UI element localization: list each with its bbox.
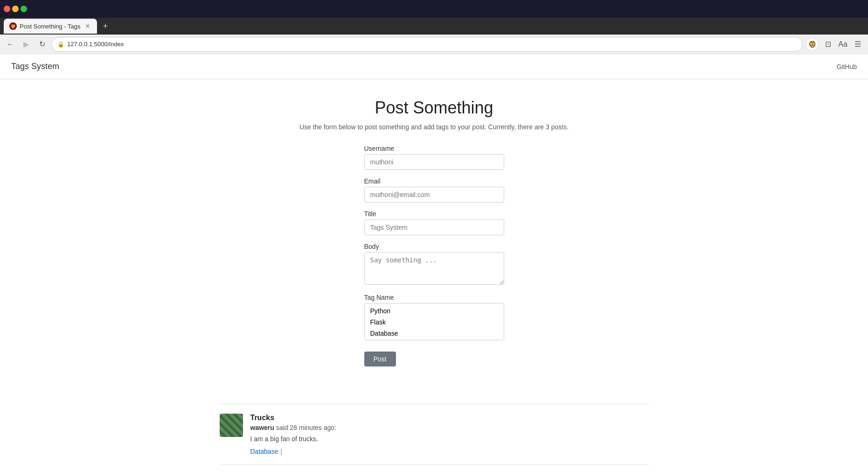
post-item: Trucks waweru said 28 minutes ago: I am …: [220, 404, 649, 465]
browser-menu-button[interactable]: ☰: [851, 38, 864, 51]
navbar-brand: Tags System: [11, 62, 59, 71]
tag-name-label: Tag Name: [364, 294, 504, 301]
page-heading: Post Something: [234, 98, 635, 118]
lock-icon: 🔒: [57, 41, 64, 48]
address-bar[interactable]: 🔒: [51, 37, 803, 52]
main-content: Post Something Use the form below to pos…: [224, 79, 644, 404]
email-label: Email: [364, 177, 504, 185]
tag-option-flask[interactable]: Flask: [367, 317, 502, 328]
post-title: Trucks: [250, 414, 649, 422]
post-button[interactable]: Post: [364, 352, 396, 366]
email-input[interactable]: [364, 187, 504, 203]
tag-name-group: Tag Name Python Flask Database: [364, 294, 504, 340]
post-text: I am a big fan of trucks.: [250, 434, 649, 444]
post-avatar: [220, 414, 243, 437]
tag-option-database[interactable]: Database: [367, 328, 502, 339]
title-input[interactable]: [364, 219, 504, 235]
browser-toolbar: ← ▶ ↻ 🔒 🦁 ⊡ Aa ☰: [0, 35, 868, 54]
browser-menu-icons: ⊡ Aa ☰: [821, 38, 864, 51]
tag-option-python[interactable]: Python: [367, 305, 502, 317]
tag-separator: |: [280, 448, 282, 455]
browser-titlebar: [0, 0, 868, 18]
window-close-button[interactable]: [4, 6, 10, 12]
page-content: Tags System GitHub Post Something Use th…: [0, 54, 868, 472]
window-minimize-button[interactable]: [12, 6, 19, 12]
title-label: Title: [364, 210, 504, 218]
username-label: Username: [364, 145, 504, 152]
browser-tab-close-icon[interactable]: ✕: [84, 22, 91, 30]
username-group: Username: [364, 145, 504, 170]
post-author: waweru: [250, 424, 274, 431]
post-form: Username Email Title Body Tag Name: [364, 145, 504, 366]
body-label: Body: [364, 243, 504, 250]
post-time: said 28 minutes ago:: [276, 424, 336, 431]
url-input[interactable]: [67, 41, 797, 48]
post-item: Tag System gitau said 33 minutes ago: Lo…: [220, 465, 649, 472]
reading-list-button[interactable]: ⊡: [821, 38, 834, 51]
browser-tab-title: Post Something - Tags: [20, 23, 81, 30]
forward-button[interactable]: ▶: [20, 38, 33, 51]
body-textarea[interactable]: [364, 252, 504, 285]
navbar: Tags System GitHub: [0, 54, 868, 79]
post-body: Trucks waweru said 28 minutes ago: I am …: [250, 414, 649, 455]
page-subtitle: Use the form below to post something and…: [234, 123, 635, 131]
reload-button[interactable]: ↻: [35, 38, 49, 51]
title-group: Title: [364, 210, 504, 235]
window-maximize-button[interactable]: [21, 6, 27, 12]
body-group: Body: [364, 243, 504, 286]
browser-tabs-bar: 🦁 Post Something - Tags ✕ +: [0, 18, 868, 35]
posts-list: Trucks waweru said 28 minutes ago: I am …: [210, 404, 658, 472]
github-link[interactable]: GitHub: [836, 63, 857, 70]
reader-view-button[interactable]: Aa: [836, 38, 849, 51]
brave-shield-icon[interactable]: 🦁: [806, 38, 819, 51]
username-input[interactable]: [364, 154, 504, 170]
browser-tab-active[interactable]: 🦁 Post Something - Tags ✕: [4, 19, 97, 34]
post-meta: waweru said 28 minutes ago:: [250, 424, 649, 431]
email-group: Email: [364, 177, 504, 203]
post-tags: Database |: [250, 448, 649, 455]
browser-tab-favicon: 🦁: [9, 22, 17, 30]
post-tag-link[interactable]: Database: [250, 448, 278, 455]
new-tab-button[interactable]: +: [99, 20, 112, 33]
avatar-pattern-green: [220, 414, 243, 437]
tag-name-select[interactable]: Python Flask Database: [364, 303, 504, 340]
back-button[interactable]: ←: [4, 38, 17, 51]
browser-window: 🦁 Post Something - Tags ✕ + ← ▶ ↻ 🔒 🦁 ⊡ …: [0, 0, 868, 472]
